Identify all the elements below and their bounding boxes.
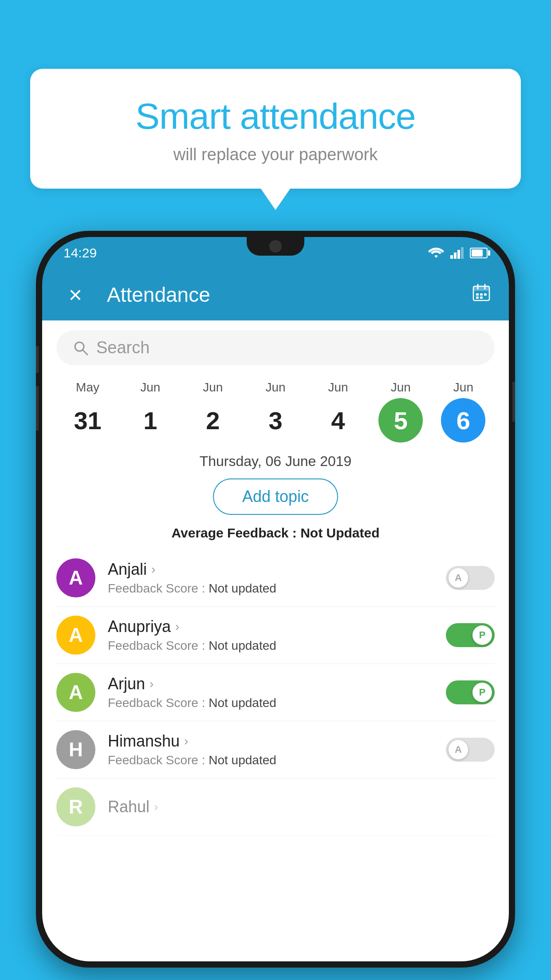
avg-feedback: Average Feedback : Not Updated (42, 522, 509, 549)
date-col-6[interactable]: Jun6 (432, 380, 495, 443)
student-name: Himanshu› (108, 732, 433, 751)
phone-notch (247, 237, 304, 256)
date-number: 4 (316, 398, 360, 443)
avg-feedback-value: Not Updated (300, 526, 379, 540)
signal-icon (450, 247, 464, 259)
svg-rect-9 (480, 293, 483, 296)
volume-down-button (36, 386, 39, 431)
student-item[interactable]: HHimanshu›Feedback Score : Not updatedA (56, 721, 495, 778)
student-list: AAnjali›Feedback Score : Not updatedAAAn… (42, 549, 509, 836)
attendance-toggle[interactable]: P (446, 623, 495, 647)
date-month: Jun (391, 380, 411, 395)
date-number: 31 (66, 398, 110, 443)
attendance-toggle[interactable]: A (446, 738, 495, 762)
search-bar-container: Search (42, 320, 509, 373)
app-bar-title: Attendance (107, 283, 472, 307)
power-button (512, 382, 515, 422)
date-month: Jun (265, 380, 285, 395)
student-name: Anupriya› (108, 617, 433, 636)
student-avatar: A (56, 616, 95, 655)
volume-up-button (36, 346, 39, 373)
chevron-right-icon: › (150, 677, 153, 691)
student-info: Anupriya›Feedback Score : Not updated (108, 617, 433, 653)
date-col-1[interactable]: Jun1 (119, 380, 181, 443)
student-info: Arjun›Feedback Score : Not updated (108, 675, 433, 710)
date-month: May (76, 380, 99, 395)
student-feedback: Feedback Score : Not updated (108, 581, 433, 596)
date-col-3[interactable]: Jun3 (244, 380, 307, 443)
add-topic-container: Add topic (42, 475, 509, 522)
date-number: 2 (191, 398, 235, 443)
wifi-icon (428, 247, 444, 259)
toggle-knob: A (449, 568, 468, 588)
date-col-2[interactable]: Jun2 (181, 380, 244, 443)
svg-rect-10 (484, 293, 487, 296)
student-avatar: A (56, 558, 95, 597)
student-name: Arjun› (108, 675, 433, 693)
date-month: Jun (203, 380, 223, 395)
search-bar[interactable]: Search (56, 330, 495, 365)
add-topic-button[interactable]: Add topic (213, 478, 338, 515)
attendance-toggle[interactable]: P (446, 680, 495, 704)
date-col-5[interactable]: Jun5 (370, 380, 432, 443)
selected-date-label: Thursday, 06 June 2019 (42, 446, 509, 475)
speech-bubble-container: Smart attendance will replace your paper… (30, 69, 521, 189)
status-icons (428, 247, 488, 259)
status-time: 14:29 (63, 245, 97, 261)
date-month: Jun (328, 380, 348, 395)
calendar-icon[interactable] (472, 283, 491, 307)
phone-inner: 14:29 (42, 237, 509, 961)
app-bar: × Attendance (42, 269, 509, 320)
student-name: Anjali› (108, 560, 433, 579)
student-feedback: Feedback Score : Not updated (108, 696, 433, 710)
svg-rect-1 (454, 253, 457, 259)
toggle-knob: P (472, 683, 492, 702)
student-feedback: Feedback Score : Not updated (108, 753, 433, 767)
close-button[interactable]: × (60, 281, 91, 308)
student-feedback: Feedback Score : Not updated (108, 639, 433, 653)
student-item[interactable]: AAnupriya›Feedback Score : Not updatedP (56, 607, 495, 664)
date-number: 6 (441, 398, 485, 443)
date-number: 3 (253, 398, 298, 443)
svg-rect-2 (457, 250, 460, 259)
date-month: Jun (140, 380, 160, 395)
date-col-4[interactable]: Jun4 (307, 380, 370, 443)
calendar-strip: May31Jun1Jun2Jun3Jun4Jun5Jun6 (42, 373, 509, 446)
student-avatar: H (56, 730, 95, 769)
avg-feedback-label: Average Feedback : (171, 526, 300, 540)
student-avatar: A (56, 673, 95, 712)
date-col-0[interactable]: May31 (56, 380, 119, 443)
student-info: Anjali›Feedback Score : Not updated (108, 560, 433, 596)
screen-content: Search May31Jun1Jun2Jun3Jun4Jun5Jun6 Thu… (42, 320, 509, 961)
speech-bubble: Smart attendance will replace your paper… (30, 69, 521, 189)
svg-rect-8 (476, 293, 479, 296)
speech-bubble-subtitle: will replace your paperwork (57, 145, 494, 164)
student-info: Himanshu›Feedback Score : Not updated (108, 732, 433, 767)
chevron-right-icon: › (175, 620, 179, 634)
svg-rect-0 (450, 255, 453, 259)
toggle-knob: P (472, 625, 492, 645)
svg-rect-3 (461, 247, 464, 259)
date-month: Jun (453, 380, 473, 395)
chevron-right-icon: › (151, 562, 155, 577)
student-item[interactable]: AAnjali›Feedback Score : Not updatedA (56, 549, 495, 607)
svg-rect-5 (473, 286, 489, 291)
search-input[interactable]: Search (96, 338, 150, 357)
svg-rect-12 (480, 296, 483, 299)
student-item[interactable]: AArjun›Feedback Score : Not updatedP (56, 664, 495, 721)
svg-line-14 (83, 350, 87, 355)
student-item-partial: RRahul› (56, 778, 495, 836)
search-icon (72, 340, 89, 356)
speech-bubble-title: Smart attendance (57, 95, 494, 137)
chevron-right-icon: › (184, 734, 188, 748)
toggle-knob: A (449, 740, 468, 759)
date-number: 1 (128, 398, 173, 443)
battery-icon (470, 248, 488, 258)
phone-frame: 14:29 (36, 231, 515, 968)
svg-rect-11 (476, 296, 479, 299)
date-number: 5 (378, 398, 423, 443)
attendance-toggle[interactable]: A (446, 566, 495, 590)
